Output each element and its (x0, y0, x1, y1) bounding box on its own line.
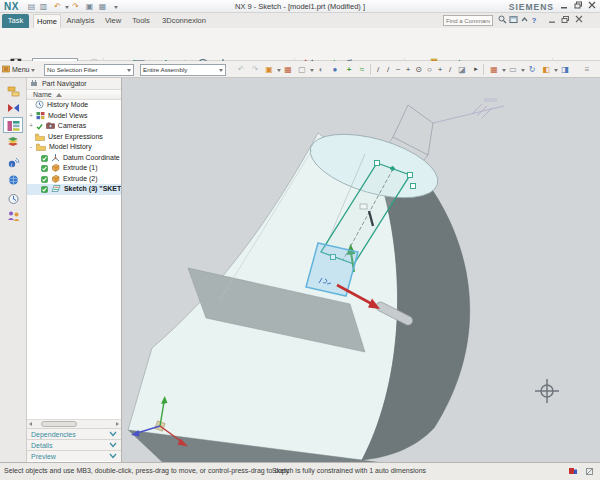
hd3d-tools-icon[interactable]: i (3, 155, 23, 171)
name-column-header[interactable]: Name (27, 90, 121, 100)
part-navigator-icon[interactable] (3, 117, 23, 133)
tree-item-datum-csys[interactable]: Datum Coordinate Sy... (27, 153, 121, 164)
check-icon (36, 123, 43, 130)
tree-item-cameras[interactable]: + Cameras (27, 121, 121, 132)
dimension-extension-line (433, 106, 504, 123)
edit-section-icon[interactable]: ◨ (558, 63, 572, 76)
snap-intersection-icon[interactable]: + (403, 63, 413, 76)
nx-logo: NX (4, 1, 19, 12)
snap-quadrant-icon[interactable]: ○ (424, 63, 435, 76)
snap-curve-icon[interactable]: ≈ (355, 63, 369, 76)
checkbox-checked-icon (41, 186, 48, 193)
selection-forward-icon[interactable]: ↷ (248, 63, 262, 76)
chevron-down-icon (109, 453, 117, 459)
tree-item-sketch-3[interactable]: Sketch (3) "SKETCH... (27, 184, 121, 195)
window-style-icon[interactable] (508, 15, 518, 26)
scroll-left-icon[interactable] (29, 422, 32, 426)
shaded-face-icon[interactable]: ◪ (455, 63, 469, 76)
status-message: Sketch is fully constrained with 1 auto … (272, 467, 426, 474)
siemens-logo: SIEMENS (509, 2, 554, 12)
find-command-input[interactable] (443, 15, 493, 26)
doc-restore-icon[interactable] (560, 15, 570, 26)
snap-end-point-icon[interactable]: / (373, 63, 383, 76)
save-icon[interactable]: ▤ (26, 1, 37, 12)
doc-close-icon[interactable] (574, 15, 584, 26)
tree-item-extrude-1[interactable]: Extrude (1) (27, 163, 121, 174)
status-alert-icon[interactable] (568, 467, 578, 478)
status-clip-icon[interactable] (585, 467, 594, 478)
datum-grid-icon[interactable]: ▦ (281, 63, 295, 76)
extrude-icon (51, 163, 60, 172)
tree-item-history-mode[interactable]: History Mode (27, 100, 121, 111)
rotate-view-icon[interactable]: ◐ (314, 63, 328, 76)
task-button[interactable]: Task (2, 14, 29, 28)
model-solid[interactable] (128, 122, 470, 462)
scroll-right-icon[interactable] (116, 422, 119, 426)
work-plane-icon[interactable]: ▦ (487, 63, 501, 76)
minimize-button[interactable] (558, 1, 570, 12)
expander-icon[interactable]: - (28, 142, 34, 153)
refresh-view-icon[interactable]: ↻ (525, 63, 539, 76)
chevron-down-icon (109, 431, 117, 437)
tab-tools[interactable]: Tools (127, 14, 155, 28)
toolbar-options-icon[interactable]: ≡ (580, 63, 594, 76)
web-browser-icon[interactable] (3, 172, 23, 188)
tree-item-user-expressions[interactable]: User Expressions (27, 132, 121, 143)
fit-view-icon[interactable]: ● (328, 63, 342, 76)
history-icon[interactable] (3, 191, 23, 207)
selection-filter-select[interactable]: No Selection Filter (44, 64, 134, 76)
select-pointer-icon[interactable]: ► (469, 63, 483, 76)
display-window-icon[interactable]: ▭ (506, 63, 520, 76)
copy-icon[interactable]: ▣ (84, 1, 95, 12)
cursor-crosshair (535, 379, 559, 403)
tab-view[interactable]: View (100, 14, 126, 28)
quick-access-more-icon[interactable] (114, 6, 118, 9)
preview-panel[interactable]: Preview (27, 450, 121, 461)
snap-mid-point-icon[interactable]: / (383, 63, 393, 76)
undo-icon[interactable]: ↶ (52, 1, 63, 12)
scrollbar-thumb[interactable] (41, 421, 77, 427)
selection-back-icon[interactable]: ↶ (234, 63, 248, 76)
tree-item-extrude-2[interactable]: Extrude (2) (27, 174, 121, 185)
window-section-icon[interactable]: ▣ (262, 63, 276, 76)
details-panel[interactable]: Details (27, 439, 121, 450)
tab-3dconnexion[interactable]: 3Dconnexion (156, 14, 212, 28)
menu-button[interactable]: Menu (2, 63, 40, 76)
model-view[interactable] (122, 78, 600, 462)
close-button[interactable] (586, 1, 598, 12)
help-icon[interactable]: ? (529, 15, 539, 26)
navigator-hscrollbar[interactable] (27, 419, 121, 428)
tree-item-model-views[interactable]: + Model Views (27, 111, 121, 122)
snap-spline-icon[interactable]: ~ (393, 63, 403, 76)
redo-icon[interactable]: ↷ (70, 1, 81, 12)
open-window-icon[interactable]: ▥ (38, 1, 49, 12)
status-prompt: Select objects and use MB3, double-click… (4, 467, 289, 474)
snap-point-icon[interactable]: + (342, 63, 356, 76)
expander-icon[interactable]: + (28, 121, 34, 132)
reuse-library-icon[interactable] (3, 134, 23, 150)
ribbon-tab-bar: Task Home Analysis View Tools 3Dconnexio… (0, 13, 600, 28)
menu-icon (2, 65, 10, 73)
model-views-icon (36, 111, 45, 120)
search-icon[interactable] (497, 15, 507, 26)
tab-home[interactable]: Home (33, 14, 61, 28)
undo-dropdown-icon[interactable] (65, 6, 69, 9)
lasso-select-icon[interactable]: ▢ (295, 63, 309, 76)
assembly-navigator-icon[interactable] (3, 83, 23, 99)
selection-scope-select[interactable]: Entire Assembly (140, 64, 226, 76)
snap-existing-point-icon[interactable]: + (435, 63, 445, 76)
doc-minimize-icon[interactable] (547, 15, 557, 26)
tab-analysis[interactable]: Analysis (62, 14, 99, 28)
tree-item-model-history[interactable]: - Model History (27, 142, 121, 153)
paste-icon[interactable]: ▦ (97, 1, 108, 12)
dependencies-panel[interactable]: Dependencies (27, 428, 121, 439)
snap-arc-center-icon[interactable]: ⊙ (413, 63, 424, 76)
graphics-window[interactable] (122, 78, 600, 462)
edit-object-display-icon[interactable]: ◧ (539, 63, 553, 76)
snap-point-on-curve-icon[interactable]: / (445, 63, 455, 76)
constraint-navigator-icon[interactable] (3, 100, 23, 116)
roles-icon[interactable] (3, 208, 23, 224)
expander-icon[interactable]: + (28, 111, 34, 122)
restore-button[interactable] (572, 1, 584, 12)
minimize-ribbon-icon[interactable] (519, 15, 529, 26)
